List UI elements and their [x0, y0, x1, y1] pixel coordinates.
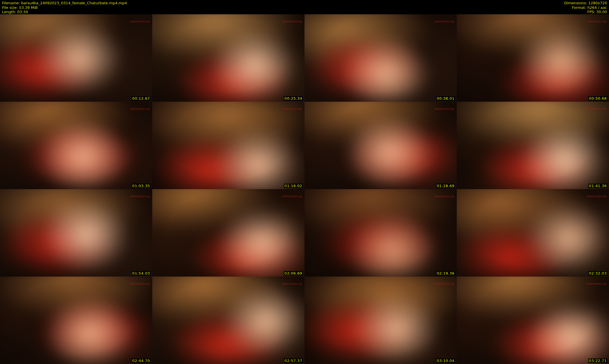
- video-thumbnail: webcamrips.org00:25.34: [152, 14, 304, 102]
- watermark-text: webcamrips.org: [435, 195, 454, 198]
- frame-placeholder-art: [152, 102, 304, 189]
- frame-timestamp: 01:28.69: [436, 184, 455, 188]
- watermark-text: webcamrips.org: [435, 20, 454, 23]
- frame-timestamp: 01:41.36: [588, 184, 607, 188]
- watermark-text: webcamrips.org: [435, 108, 454, 110]
- frame-placeholder-art: [152, 14, 304, 102]
- watermark-text: webcamrips.org: [587, 108, 606, 110]
- watermark-text: webcamrips.org: [283, 195, 302, 198]
- metadata-bar: Filename: barsu4ka_24092023_0314_female_…: [0, 0, 609, 14]
- format-info: Dimensions: 1280x720 Format: h264 / aac …: [564, 1, 607, 14]
- watermark-text: webcamrips.org: [435, 283, 454, 285]
- frame-placeholder-art: [0, 102, 152, 189]
- watermark-text: webcamrips.org: [283, 108, 302, 110]
- fps-text: FPS: 30.00: [564, 10, 607, 14]
- format-text: Format: h264 / aac: [564, 5, 607, 10]
- watermark-text: webcamrips.org: [283, 20, 302, 23]
- frame-timestamp: 02:19.36: [436, 271, 455, 275]
- video-thumbnail: webcamrips.org02:19.36: [304, 189, 457, 277]
- filesize-text: File size: 53.39 MiB: [2, 5, 127, 10]
- frame-timestamp: 02:32.03: [588, 271, 607, 275]
- frame-timestamp: 01:54.03: [132, 271, 151, 275]
- dimensions-text: Dimensions: 1280x720: [564, 1, 607, 5]
- video-thumbnail: webcamrips.org02:32.03: [457, 189, 609, 277]
- frame-placeholder-art: [152, 189, 304, 277]
- frame-placeholder-art: [0, 14, 152, 102]
- frame-timestamp: 02:06.69: [284, 271, 303, 275]
- watermark-text: webcamrips.org: [130, 283, 150, 285]
- frame-timestamp: 02:57.37: [284, 359, 303, 363]
- video-thumbnail: webcamrips.org02:44.70: [0, 277, 152, 364]
- video-thumbnail: webcamrips.org00:38.01: [304, 14, 457, 102]
- video-thumbnail: webcamrips.org01:16.02: [152, 102, 304, 189]
- watermark-text: webcamrips.org: [130, 108, 150, 110]
- frame-timestamp: 03:10.04: [436, 359, 455, 363]
- frame-timestamp: 01:03.35: [132, 184, 151, 188]
- frame-placeholder-art: [0, 277, 152, 364]
- video-thumbnail: webcamrips.org00:12.67: [0, 14, 152, 102]
- frame-placeholder-art: [457, 14, 609, 102]
- frame-timestamp: 00:50.68: [588, 96, 607, 101]
- thumbnail-grid: webcamrips.org00:12.67webcamrips.org00:2…: [0, 14, 609, 364]
- frame-placeholder-art: [304, 14, 457, 102]
- frame-timestamp: 02:44.70: [132, 359, 151, 363]
- watermark-text: webcamrips.org: [130, 195, 150, 198]
- frame-placeholder-art: [304, 277, 457, 364]
- frame-timestamp: 00:38.01: [436, 96, 455, 101]
- video-contact-sheet: Filename: barsu4ka_24092023_0314_female_…: [0, 0, 609, 364]
- video-thumbnail: webcamrips.org02:57.37: [152, 277, 304, 364]
- file-info: Filename: barsu4ka_24092023_0314_female_…: [2, 1, 127, 14]
- watermark-text: webcamrips.org: [587, 283, 606, 285]
- video-thumbnail: webcamrips.org01:54.03: [0, 189, 152, 277]
- frame-timestamp: 00:25.34: [284, 96, 303, 101]
- frame-placeholder-art: [457, 189, 609, 277]
- video-thumbnail: webcamrips.org03:22.71: [457, 277, 609, 364]
- frame-timestamp: 03:22.71: [588, 359, 607, 363]
- frame-placeholder-art: [304, 102, 457, 189]
- frame-placeholder-art: [0, 189, 152, 277]
- video-thumbnail: webcamrips.org01:41.36: [457, 102, 609, 189]
- frame-placeholder-art: [304, 189, 457, 277]
- frame-timestamp: 01:16.02: [284, 184, 303, 188]
- watermark-text: webcamrips.org: [130, 20, 150, 23]
- length-text: Length: 03:34: [2, 10, 127, 14]
- watermark-text: webcamrips.org: [587, 20, 606, 23]
- frame-placeholder-art: [457, 277, 609, 364]
- video-thumbnail: webcamrips.org02:06.69: [152, 189, 304, 277]
- frame-placeholder-art: [457, 102, 609, 189]
- video-thumbnail: webcamrips.org01:03.35: [0, 102, 152, 189]
- frame-placeholder-art: [152, 277, 304, 364]
- watermark-text: webcamrips.org: [283, 283, 302, 285]
- video-thumbnail: webcamrips.org00:50.68: [457, 14, 609, 102]
- watermark-text: webcamrips.org: [587, 195, 606, 198]
- video-thumbnail: webcamrips.org03:10.04: [304, 277, 457, 364]
- video-thumbnail: webcamrips.org01:28.69: [304, 102, 457, 189]
- filename-text: Filename: barsu4ka_24092023_0314_female_…: [2, 1, 127, 5]
- frame-timestamp: 00:12.67: [132, 96, 151, 101]
